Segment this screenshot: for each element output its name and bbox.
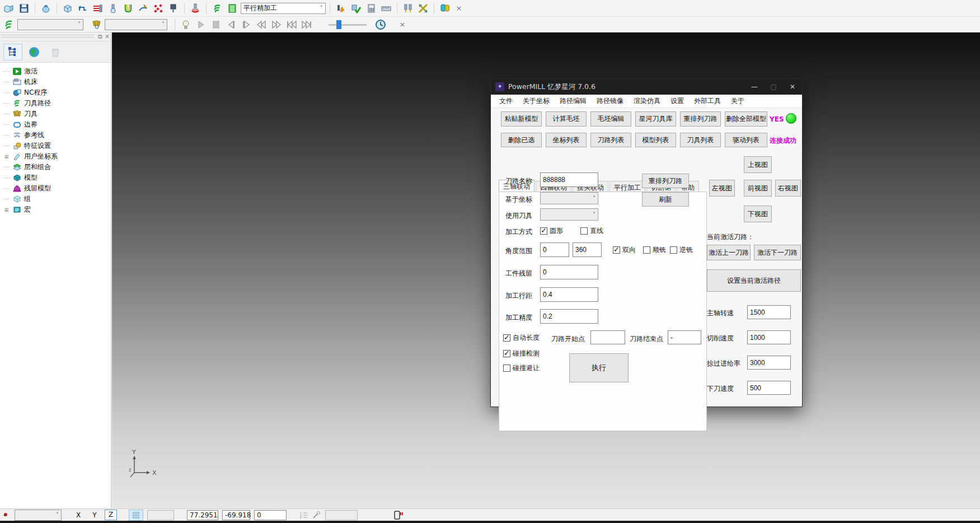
use-tool-dropdown[interactable]: ˅ bbox=[540, 208, 598, 221]
shaded-render-icon[interactable] bbox=[39, 2, 53, 15]
menu-path-mirror[interactable]: 路径镜像 bbox=[592, 96, 629, 106]
toolpath-list-icon[interactable] bbox=[226, 2, 239, 15]
model-tree-icon[interactable] bbox=[3, 44, 22, 60]
coord-list-button[interactable]: 坐标列表 bbox=[546, 133, 587, 147]
tree-item-toolpaths[interactable]: 刀具路径 bbox=[3, 98, 111, 109]
simulate-flame-icon[interactable] bbox=[334, 2, 348, 15]
menu-file[interactable]: 文件 bbox=[494, 96, 518, 106]
calculator-icon[interactable] bbox=[364, 2, 378, 15]
tolerance-input[interactable] bbox=[540, 309, 598, 324]
view-bottom-button[interactable]: 下视图 bbox=[744, 206, 772, 222]
menu-settings[interactable]: 设置 bbox=[665, 96, 689, 106]
close-panel-icon[interactable]: ✕ bbox=[105, 33, 110, 40]
menu-render-sim[interactable]: 渲染仿真 bbox=[629, 96, 665, 106]
start-point-input[interactable] bbox=[590, 330, 625, 344]
checkbox-icon[interactable] bbox=[613, 246, 620, 254]
menu-about[interactable]: 关于 bbox=[726, 96, 749, 106]
expand-icon[interactable]: ⊞ bbox=[3, 154, 10, 160]
block-icon[interactable] bbox=[61, 2, 74, 15]
tree-item-models[interactable]: 模型 bbox=[3, 172, 111, 183]
paste-model-button[interactable]: 粘贴新模型 bbox=[501, 111, 542, 127]
world-icon[interactable] bbox=[25, 44, 44, 60]
execute-button[interactable]: 执行 bbox=[569, 353, 629, 382]
database-icon[interactable] bbox=[438, 2, 452, 15]
tree-item-macros[interactable]: ⊞宏 bbox=[3, 204, 111, 215]
collision-check-icon[interactable] bbox=[189, 2, 202, 15]
panel-icon[interactable] bbox=[393, 511, 403, 520]
view-front-button[interactable]: 前视图 bbox=[744, 180, 772, 197]
tree-item-patterns[interactable]: 参考线 bbox=[3, 130, 111, 141]
grid-icon[interactable] bbox=[129, 510, 143, 521]
stepover-input[interactable] bbox=[540, 287, 598, 302]
fast-forward-icon[interactable] bbox=[270, 18, 283, 31]
tool-holder-icon[interactable] bbox=[167, 2, 180, 15]
end-point-input[interactable] bbox=[668, 330, 701, 344]
recycle-bin-icon[interactable] bbox=[46, 44, 65, 60]
lightbulb-icon[interactable] bbox=[179, 18, 193, 31]
skip-end-icon[interactable] bbox=[300, 18, 313, 31]
drive-list-button[interactable]: 驱动列表 bbox=[725, 133, 767, 147]
delete-selected-button[interactable]: 删除已选 bbox=[501, 133, 542, 147]
grid-size-field[interactable] bbox=[147, 510, 174, 520]
record-dot-icon[interactable] bbox=[3, 511, 11, 519]
calc-stock-button[interactable]: 计算毛坯 bbox=[546, 111, 587, 127]
axis-z-button[interactable]: Z bbox=[105, 510, 117, 520]
tool-dropdown[interactable]: ˅ bbox=[105, 19, 167, 30]
tree-item-tools[interactable]: 刀具 bbox=[3, 109, 111, 119]
checkbox-icon[interactable] bbox=[580, 227, 588, 235]
float-panel-icon[interactable]: ⧉ bbox=[98, 33, 102, 40]
activate-prev-toolpath-button[interactable]: 激活上一刀路 bbox=[707, 245, 751, 260]
skip-start-icon[interactable] bbox=[285, 18, 298, 31]
bidirectional-checkbox[interactable]: 双向 bbox=[613, 245, 636, 255]
tree-item-nc-programs[interactable]: NC程序 bbox=[3, 87, 111, 98]
climb-checkbox[interactable]: 顺铣 bbox=[643, 245, 666, 255]
tool-library-button[interactable]: 星河刀具库 bbox=[635, 111, 676, 127]
menu-coords[interactable]: 关于坐标 bbox=[518, 96, 555, 106]
view-right-button[interactable]: 右视图 bbox=[775, 180, 801, 197]
spindle-speed-input[interactable] bbox=[747, 305, 791, 319]
tool-icon[interactable] bbox=[106, 2, 120, 15]
stock-allowance-input[interactable] bbox=[540, 265, 598, 279]
play-icon[interactable] bbox=[194, 18, 208, 31]
strategy-dropdown[interactable]: 平行精加工 ˅ bbox=[241, 3, 326, 14]
pause-icon[interactable] bbox=[209, 18, 223, 31]
toolbar-close-icon[interactable]: × bbox=[397, 20, 408, 29]
view-left-button[interactable]: 左视图 bbox=[709, 180, 735, 197]
collision-detect-checkbox[interactable]: 碰撞检测 bbox=[503, 349, 540, 358]
slider-thumb[interactable] bbox=[336, 20, 341, 29]
toolpath-list-button[interactable]: 刀路列表 bbox=[590, 133, 631, 147]
rearrange-toolpaths-button[interactable]: 重排列刀路 bbox=[680, 111, 721, 127]
simulation-speed-slider[interactable] bbox=[329, 20, 367, 30]
toolpath-name-input[interactable] bbox=[540, 172, 598, 187]
collision-avoid-checkbox[interactable]: 碰撞避让 bbox=[503, 363, 540, 373]
ruler-icon[interactable] bbox=[379, 2, 393, 15]
plunge-feed-input[interactable] bbox=[747, 381, 791, 395]
rewind-icon[interactable] bbox=[255, 18, 268, 31]
boundary-icon[interactable] bbox=[121, 2, 135, 15]
checkbox-icon[interactable] bbox=[540, 227, 547, 235]
tool-swap-icon[interactable] bbox=[416, 2, 430, 15]
tree-item-feature-sets[interactable]: 特征设置 bbox=[3, 141, 111, 151]
checkbox-icon[interactable] bbox=[503, 334, 510, 342]
powermill-s-icon[interactable] bbox=[2, 18, 16, 31]
rearrange-button[interactable]: 重排列刀路 bbox=[642, 174, 689, 188]
tree-item-workplanes[interactable]: ⊞用户坐标系 bbox=[3, 151, 111, 162]
checkbox-icon[interactable] bbox=[643, 246, 650, 254]
workplane-dropdown[interactable]: ˅ bbox=[15, 510, 62, 521]
tree-item-levels[interactable]: 层和组合 bbox=[3, 162, 111, 172]
activate-next-toolpath-button[interactable]: 激活下一刀路 bbox=[754, 245, 801, 260]
probe-icon[interactable] bbox=[312, 511, 321, 519]
checkbox-icon[interactable] bbox=[670, 246, 677, 254]
points-icon[interactable] bbox=[152, 2, 165, 15]
edit-stock-button[interactable]: 毛坯编辑 bbox=[590, 111, 631, 127]
tree-item-machine[interactable]: 机床 bbox=[3, 77, 111, 87]
feedrate-icon[interactable] bbox=[91, 2, 105, 15]
step-back-icon[interactable] bbox=[224, 18, 238, 31]
xyz-list-icon[interactable]: xyz bbox=[299, 511, 308, 519]
toolbar-close-icon[interactable]: × bbox=[453, 4, 465, 12]
toolpath-create-icon[interactable] bbox=[76, 2, 90, 15]
dialog-titlebar[interactable]: ✦ PowerMILL 忆梦星河 7.0.6 — ▢ ✕ bbox=[491, 79, 802, 95]
tree-item-boundaries[interactable]: 边界 bbox=[3, 119, 111, 130]
circle-checkbox[interactable]: 圆形 bbox=[540, 226, 563, 236]
open-icon[interactable] bbox=[2, 2, 16, 15]
